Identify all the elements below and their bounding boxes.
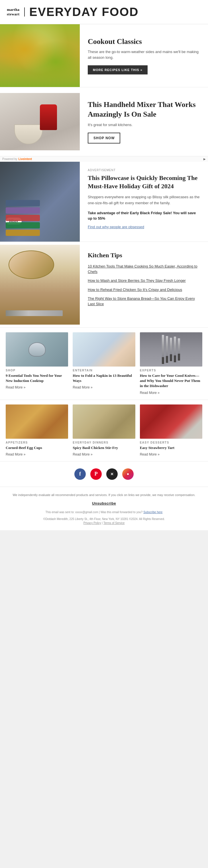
- footer: We independently evaluate all recommende…: [0, 487, 208, 531]
- grid2-readmore-0[interactable]: Read More »: [6, 453, 25, 456]
- more-recipes-button[interactable]: MORE RECIPES LIKE THIS »: [88, 65, 148, 74]
- twitter-icon[interactable]: ✕: [106, 468, 118, 480]
- ad-text: Advertisement This Pillowcase is Quickly…: [80, 162, 208, 242]
- ad-partner: Liveintent: [19, 157, 32, 161]
- facebook-icon[interactable]: f: [74, 468, 86, 480]
- ad-powered-bar: Powered by Liveintent: [0, 156, 208, 162]
- mixer-section: This Handheld Mixer That Works Amazingly…: [0, 87, 208, 156]
- ad-label: Advertisement: [88, 168, 200, 172]
- grid1-category-1: ENTERTAIN: [73, 369, 135, 372]
- tips-content: Kitchen Tips 10 Kitchen Tools That Make …: [80, 245, 208, 324]
- page-title: EVERYDAY FOOD: [29, 5, 139, 19]
- tips-image: [0, 245, 80, 324]
- grid2-item-1: EVERYDAY DINNERS Spicy Basil Chicken Sti…: [70, 404, 137, 457]
- mixer-image: [0, 93, 80, 150]
- grid2-category-2: EASY DESSERTS: [140, 441, 202, 444]
- ad-section: Powered by Liveintent ▶ blissy Advertise…: [0, 156, 208, 242]
- mixer-content: This Handheld Mixer That Works Amazingly…: [80, 93, 208, 150]
- grid2-title-2: Easy Strawberry Tart: [140, 445, 202, 451]
- pillow-2: [6, 207, 40, 214]
- grid2-readmore-2[interactable]: Read More »: [140, 453, 160, 456]
- knife-rack: [140, 332, 202, 367]
- mixer-visual: [0, 93, 80, 150]
- grid-row-2: APPETIZERS Corned-Beef Egg Cups Read Mor…: [0, 400, 208, 462]
- grid2-image-0: [6, 404, 68, 439]
- knife-5: [178, 338, 180, 361]
- grid1-image-0: [6, 332, 68, 367]
- pinterest-icon[interactable]: P: [90, 468, 102, 480]
- unsubscribe-link[interactable]: Unsubscribe: [8, 501, 200, 505]
- footer-address: ©Dotdash Meredith, 225 Liberty St., 4th …: [8, 517, 200, 521]
- shop-now-button[interactable]: SHOP NOW: [88, 133, 120, 144]
- hero-image: [0, 24, 80, 87]
- email-container: martha stewart EVERYDAY FOOD Cookout Cla…: [0, 0, 208, 530]
- pot-circle: [29, 342, 45, 356]
- privacy-policy-link[interactable]: Privacy Policy: [83, 521, 101, 525]
- grid2-category-0: APPETIZERS: [6, 441, 68, 444]
- footer-disclaimer: We independently evaluate all recommende…: [8, 493, 200, 497]
- grid2-item-0: APPETIZERS Corned-Beef Egg Cups Read Mor…: [3, 404, 70, 457]
- brand-line1: martha: [7, 7, 20, 12]
- grid2-title-1: Spicy Basil Chicken Stir-Fry: [73, 445, 135, 451]
- tip-link-2[interactable]: How to Wash and Store Berries So They St…: [88, 278, 186, 283]
- hero-content: Cookout Classics These are the go-to war…: [80, 24, 208, 87]
- grid-row-1: SHOP 9 Essential Tools You Need for Your…: [0, 328, 208, 400]
- grid1-readmore-2[interactable]: Read More »: [140, 391, 160, 395]
- brand-line2: stewart: [7, 12, 20, 17]
- grid2-category-1: EVERYDAY DINNERS: [73, 441, 135, 444]
- grid2-image-2: [140, 404, 202, 439]
- napkin-visual: [73, 332, 135, 367]
- grid1-item-2: EXPERTS How to Care for Your Good Knives…: [138, 332, 205, 395]
- tip-link-1[interactable]: 10 Kitchen Tools That Make Cooking So Mu…: [88, 264, 198, 274]
- grid1-title-1: How to Fold a Napkin in 13 Beautiful Way…: [73, 373, 135, 383]
- tip-item-3: How to Reheat Fried Chicken So It's Cris…: [88, 287, 200, 292]
- ad-badge: ▶: [203, 157, 206, 161]
- mixer-bowl: [14, 124, 43, 144]
- hero-image-inner: [0, 24, 80, 87]
- instagram-icon[interactable]: ●: [122, 468, 134, 480]
- pillow-5: [6, 229, 40, 236]
- knife-4: [174, 337, 176, 362]
- email-info-prefix: This email was sent to: xxxxx@gmail.com …: [45, 510, 143, 514]
- pillow-1: [6, 200, 40, 206]
- kitchen-tips-section: Kitchen Tips 10 Kitchen Tools That Make …: [0, 242, 208, 328]
- tip-item-1: 10 Kitchen Tools That Make Cooking So Mu…: [88, 264, 200, 274]
- knife-2: [166, 336, 168, 363]
- grid1-image-2: [140, 332, 202, 367]
- mixer-description: It's great for small kitchens.: [88, 122, 200, 128]
- subscribe-link[interactable]: Subscribe here: [143, 510, 163, 514]
- ad-emphasis: Take advantage of their Early Black Frid…: [88, 210, 200, 221]
- pillow-stack: [6, 200, 40, 236]
- ad-description: Shoppers everywhere are snapping up Blis…: [88, 194, 200, 206]
- tip-item-4: The Right Way to Store Banana Bread—So Y…: [88, 296, 200, 307]
- ad-cta-link[interactable]: Find out why people are obsessed: [88, 225, 144, 229]
- brand-logo: martha stewart: [7, 7, 25, 16]
- hero-title: Cookout Classics: [88, 37, 200, 46]
- hero-description: These are the go-to warm-weather sides a…: [88, 49, 200, 60]
- tips-list: 10 Kitchen Tools That Make Cooking So Mu…: [88, 264, 200, 307]
- grid2-readmore-1[interactable]: Read More »: [73, 453, 92, 456]
- tips-image-inner: [0, 245, 80, 324]
- tip-link-4[interactable]: The Right Way to Store Banana Bread—So Y…: [88, 297, 195, 306]
- ad-image: blissy: [0, 162, 80, 242]
- grid2-title-0: Corned-Beef Egg Cups: [6, 445, 68, 451]
- knife-visual: [6, 310, 63, 316]
- tip-link-3[interactable]: How to Reheat Fried Chicken So It's Cris…: [88, 287, 182, 292]
- grid1-readmore-1[interactable]: Read More »: [73, 385, 92, 390]
- terms-of-service-link[interactable]: Terms of Service: [103, 521, 125, 525]
- pie-plate: [8, 250, 54, 279]
- grid1-item-1: ENTERTAIN How to Fold a Napkin in 13 Bea…: [70, 332, 137, 395]
- grid1-readmore-0[interactable]: Read More »: [6, 385, 25, 390]
- grid1-category-0: SHOP: [6, 369, 68, 372]
- social-section: f P ✕ ●: [0, 462, 208, 487]
- header: martha stewart EVERYDAY FOOD: [0, 0, 208, 24]
- ad-content: blissy Advertisement This Pillowcase is …: [0, 162, 208, 242]
- grid1-image-1: [73, 332, 135, 367]
- ad-title: This Pillowcase is Quickly Becoming The …: [88, 174, 200, 190]
- pillow-3: [6, 215, 40, 221]
- footer-links: Privacy Policy | Terms of Service: [8, 521, 200, 525]
- tip-item-2: How to Wash and Store Berries So They St…: [88, 278, 200, 283]
- mixer-body: [40, 104, 57, 130]
- mixer-title: This Handheld Mixer That Works Amazingly…: [88, 100, 200, 119]
- footer-email-info: This email was sent to: xxxxx@gmail.com …: [8, 510, 200, 515]
